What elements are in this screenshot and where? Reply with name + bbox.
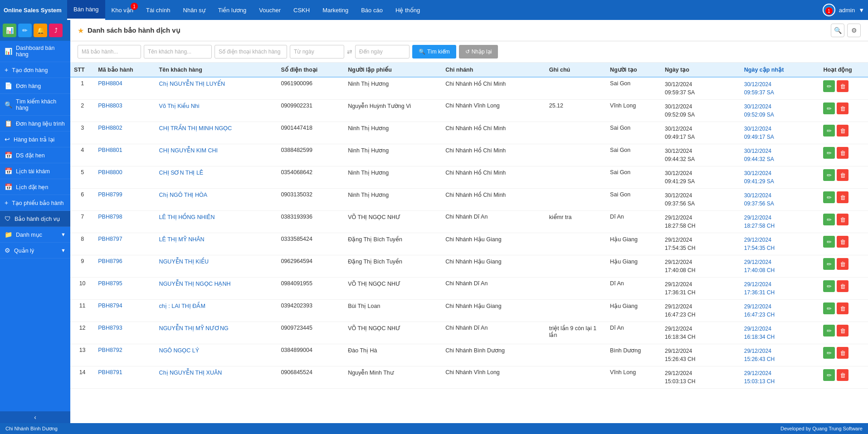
- cell-ten[interactable]: LÊ THỊ HỒNG NHIÊN: [156, 211, 278, 233]
- edit-button[interactable]: ✏: [823, 125, 835, 137]
- delete-button[interactable]: 🗑: [837, 191, 848, 203]
- settings-btn[interactable]: ⚙: [847, 24, 861, 37]
- delete-button[interactable]: 🗑: [837, 258, 848, 270]
- cell-ma[interactable]: PBH8803: [94, 100, 155, 122]
- sidebar-item-quản-lý[interactable]: ⚙Quản lý▼: [0, 243, 70, 258]
- search-toggle-btn[interactable]: 🔍: [831, 24, 844, 37]
- cell-ten[interactable]: CHỊ NGUYỄN KIM CHI: [156, 144, 278, 166]
- sidebar-item-lịch-đặt-hẹn[interactable]: 📅Lịch đặt hẹn: [0, 179, 70, 195]
- delete-button[interactable]: 🗑: [837, 80, 848, 92]
- edit-button[interactable]: ✏: [823, 325, 835, 336]
- edit-button[interactable]: ✏: [823, 236, 835, 248]
- delete-button[interactable]: 🗑: [837, 214, 848, 225]
- edit-button[interactable]: ✏: [823, 102, 835, 114]
- edit-button[interactable]: ✏: [823, 147, 835, 159]
- edit-button[interactable]: ✏: [823, 258, 835, 270]
- edit-button[interactable]: ✏: [823, 169, 835, 181]
- so-dien-thoai-input[interactable]: [215, 45, 287, 59]
- nav-item-tiền-lương[interactable]: Tiền lương: [212, 0, 253, 20]
- nav-item-voucher[interactable]: Voucher: [253, 0, 287, 20]
- ten-khach-hang-input[interactable]: [144, 45, 212, 59]
- edit-button[interactable]: ✏: [823, 280, 835, 292]
- chart-icon-btn[interactable]: 📊: [3, 24, 16, 37]
- cell-ma[interactable]: PBH8797: [94, 233, 155, 255]
- edit-button[interactable]: ✏: [823, 369, 835, 381]
- nav-item-hệ-thống[interactable]: Hệ thống: [389, 0, 426, 20]
- table-row: 1PBH8804Chị NGUYỄN THỊ LUYẾN0961900096Ni…: [70, 77, 868, 100]
- reset-button[interactable]: ↺ Nhập lại: [459, 45, 498, 59]
- delete-button[interactable]: 🗑: [837, 369, 848, 381]
- edit-button[interactable]: ✏: [823, 214, 835, 225]
- notification-icon[interactable]: 🌐 1: [823, 4, 835, 16]
- nav-item-nhân-sự[interactable]: Nhân sự: [177, 0, 212, 20]
- cell-ten[interactable]: CHỊ TRẦN THỊ MINH NGỌC: [156, 122, 278, 144]
- delete-button[interactable]: 🗑: [837, 302, 848, 314]
- delete-button[interactable]: 🗑: [837, 325, 848, 336]
- nav-item-tài-chính[interactable]: Tài chính: [140, 0, 176, 20]
- sidebar-collapse-btn[interactable]: ‹: [0, 411, 70, 423]
- nav-item-báo-cáo[interactable]: Báo cáo: [355, 0, 389, 20]
- delete-button[interactable]: 🗑: [837, 236, 848, 248]
- cell-ma[interactable]: PBH8799: [94, 189, 155, 211]
- sidebar-item-hàng-bán-trả-lại[interactable]: ↩Hàng bán trả lại: [0, 132, 70, 147]
- edit-button[interactable]: ✏: [823, 191, 835, 203]
- cell-ten[interactable]: chị : LAI THỊ ĐẦM: [156, 300, 278, 322]
- nav-item-kho-vận[interactable]: Kho vận1: [105, 0, 140, 20]
- delete-button[interactable]: 🗑: [837, 280, 848, 292]
- edit-button[interactable]: ✏: [823, 80, 835, 92]
- cell-ten[interactable]: CHỊ SƠN THỊ LÊ: [156, 166, 278, 189]
- cell-ten[interactable]: Chị NGUYỄN THỊ XUÂN: [156, 366, 278, 389]
- sidebar-item-đơn-hàng[interactable]: 📄Đơn hàng: [0, 78, 70, 94]
- cell-ma[interactable]: PBH8801: [94, 144, 155, 166]
- sidebar-item-danh-mục[interactable]: 📁Danh mục▼: [0, 227, 70, 243]
- delete-button[interactable]: 🗑: [837, 147, 848, 159]
- cell-ma[interactable]: PBH8798: [94, 211, 155, 233]
- search-button[interactable]: 🔍 Tìm kiếm: [412, 45, 456, 59]
- cell-ma[interactable]: PBH8795: [94, 278, 155, 300]
- sidebar-item-dashboard-bán-hàng[interactable]: 📊Dashboard bán hàng: [0, 41, 70, 62]
- delete-button[interactable]: 🗑: [837, 102, 848, 114]
- sidebar-item-tạo-đơn-hàng[interactable]: +Tạo đơn hàng: [0, 62, 70, 78]
- nav-item-bán-hàng[interactable]: Bán hàng: [67, 0, 105, 20]
- bell-icon-btn[interactable]: 🔔: [34, 24, 47, 37]
- ma-bao-hanh-input[interactable]: [78, 45, 141, 59]
- cell-ten[interactable]: NGUYỄN THỊ MỸ NƯƠNG: [156, 322, 278, 344]
- sidebar-item-bảo-hành-dịch-vụ[interactable]: 🛡Bảo hành dịch vụ: [0, 211, 70, 227]
- edit-icon-btn[interactable]: ✏: [18, 24, 32, 37]
- cell-ten[interactable]: Võ Thị Kiều Nhi: [156, 100, 278, 122]
- cell-ma[interactable]: PBH8804: [94, 77, 155, 100]
- cell-stt: 1: [70, 77, 94, 100]
- delete-button[interactable]: 🗑: [837, 347, 848, 359]
- edit-button[interactable]: ✏: [823, 347, 835, 359]
- sidebar-item-tạo-phiếu-bảo-hành[interactable]: +Tạo phiếu bảo hành: [0, 195, 70, 211]
- cell-chinhanh: Chi Nhánh Hồ Chí Minh: [442, 144, 545, 166]
- cell-ma[interactable]: PBH8800: [94, 166, 155, 189]
- tu-ngay-input[interactable]: [290, 45, 344, 59]
- cell-ten[interactable]: NGUYỄN THỊ NGỌC HẠNH: [156, 278, 278, 300]
- sidebar-item-ds-đặt-hen[interactable]: 📅DS đặt hen: [0, 147, 70, 163]
- cell-ten[interactable]: NGÔ NGỌC LÝ: [156, 344, 278, 366]
- cell-ten[interactable]: LÊ THỊ MỸ NHÂN: [156, 233, 278, 255]
- den-ngay-input[interactable]: [355, 45, 410, 59]
- cell-ma[interactable]: PBH8791: [94, 366, 155, 389]
- share-icon-btn[interactable]: ⤴: [49, 24, 63, 37]
- sidebar-item-label: Bảo hành dịch vụ: [15, 215, 60, 222]
- cell-ten[interactable]: NGUYỄN THỊ KIỀU: [156, 255, 278, 278]
- cell-ten[interactable]: Chị NGUYỄN THỊ LUYẾN: [156, 77, 278, 100]
- cell-ma[interactable]: PBH8802: [94, 122, 155, 144]
- delete-button[interactable]: 🗑: [837, 125, 848, 137]
- favorite-star-icon[interactable]: ★: [78, 26, 84, 35]
- nav-item-cskh[interactable]: CSKH: [287, 0, 316, 20]
- cell-ma[interactable]: PBH8793: [94, 322, 155, 344]
- sidebar-item-đơn-hàng-liệu-trình[interactable]: 📋Đơn hàng liệu trình: [0, 116, 70, 132]
- sidebar-item-lịch-tái-khám[interactable]: 📅Lịch tái khám: [0, 163, 70, 179]
- delete-button[interactable]: 🗑: [837, 169, 848, 181]
- sidebar-item-tìm-kiếm-khách-hàng[interactable]: 🔍Tìm kiếm khách hàng: [0, 94, 70, 116]
- cell-ma[interactable]: PBH8794: [94, 300, 155, 322]
- user-chevron-icon[interactable]: ▼: [858, 7, 864, 14]
- cell-ten[interactable]: Chị NGÔ THỊ HÒA: [156, 189, 278, 211]
- cell-ma[interactable]: PBH8796: [94, 255, 155, 278]
- edit-button[interactable]: ✏: [823, 302, 835, 314]
- cell-ma[interactable]: PBH8792: [94, 344, 155, 366]
- nav-item-marketing[interactable]: Marketing: [316, 0, 355, 20]
